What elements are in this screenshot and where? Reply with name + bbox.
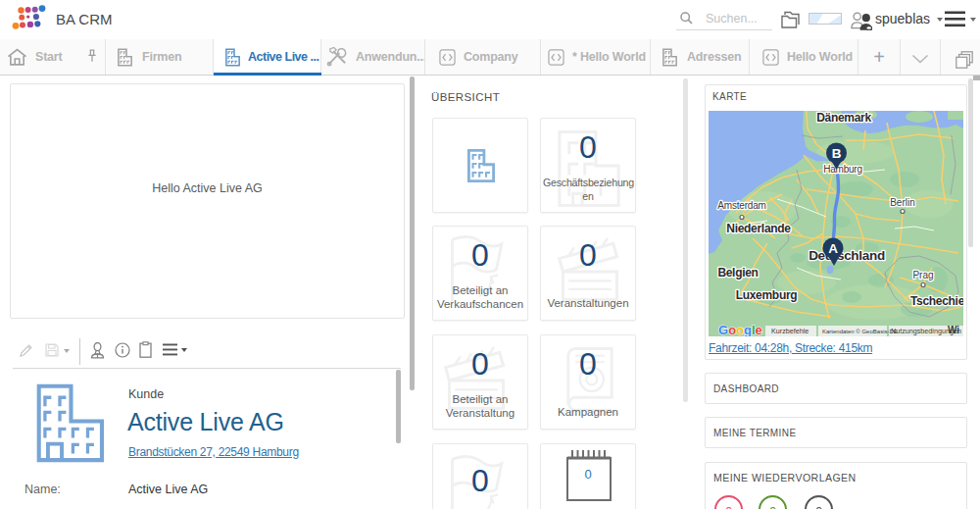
svg-text:Tschechien: Tschechien <box>910 294 963 308</box>
svg-text:Niederlande: Niederlande <box>726 222 791 235</box>
svg-text:Wi: Wi <box>948 325 959 335</box>
svg-text:Berlin: Berlin <box>890 197 915 208</box>
svg-text:Amsterdam: Amsterdam <box>717 200 765 211</box>
svg-text:Belgien: Belgien <box>717 266 758 280</box>
svg-text:Kurzbefehle: Kurzbefehle <box>771 327 808 335</box>
svg-text:Prag: Prag <box>912 270 933 280</box>
svg-text:B: B <box>832 146 842 161</box>
svg-text:Hamburg: Hamburg <box>823 164 862 175</box>
svg-text:Dänemark: Dänemark <box>816 111 871 125</box>
svg-text:Luxemburg: Luxemburg <box>736 288 798 302</box>
svg-text:Deutschland: Deutschland <box>808 248 885 263</box>
svg-text:A: A <box>828 241 838 256</box>
svg-text:Kartendaten © GeoBasis-DE: Kartendaten © GeoBasis-DE <box>822 329 898 334</box>
svg-text:Google: Google <box>718 323 762 337</box>
